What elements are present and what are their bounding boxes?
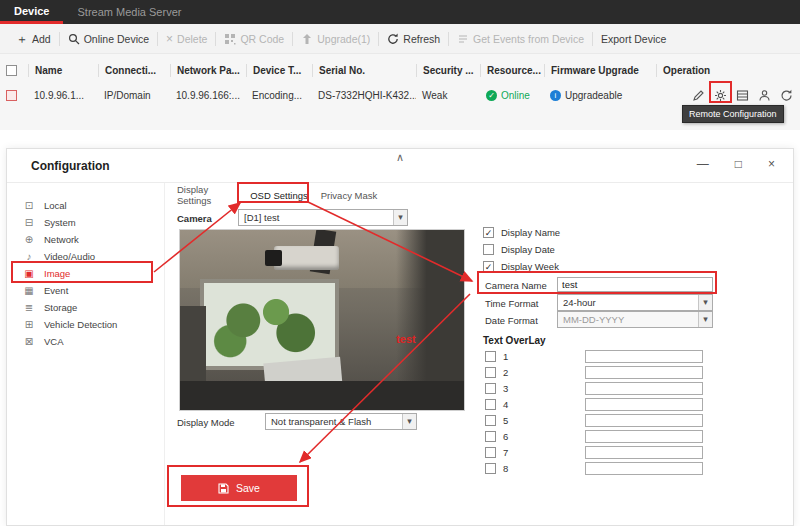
display-date-checkbox[interactable] (483, 244, 494, 255)
search-icon (68, 33, 80, 45)
cell-resource: ✓ Online (480, 90, 544, 101)
overlay-8-input[interactable] (585, 462, 703, 475)
time-format-value: 24-hour (563, 297, 596, 308)
display-week-checkbox[interactable]: ✓ (483, 261, 494, 272)
overlay-5-input[interactable] (585, 414, 703, 427)
refresh-icon (387, 33, 399, 45)
select-all-checkbox[interactable] (6, 65, 17, 76)
cell-serial: DS-7332HQHI-K432... (312, 90, 416, 101)
refresh-button[interactable]: Refresh (379, 33, 448, 45)
tab-stream-media-server[interactable]: Stream Media Server (63, 0, 195, 24)
sidebar-item-local[interactable]: ⊡Local (7, 197, 165, 214)
delete-button[interactable]: × Delete (158, 33, 215, 45)
top-tabbar: Device Stream Media Server (0, 0, 800, 24)
overlay-number: 7 (503, 447, 508, 458)
save-button[interactable]: Save (181, 475, 297, 501)
display-name-option[interactable]: ✓ Display Name (483, 227, 560, 238)
sidebar-label: Storage (44, 302, 77, 313)
preview-floor (180, 381, 464, 410)
row-checkbox[interactable] (6, 90, 17, 101)
tab-osd-settings[interactable]: OSD Settings (247, 187, 311, 203)
sidebar-item-event[interactable]: ▦Event (7, 282, 165, 299)
export-device-button[interactable]: Export Device (593, 33, 674, 45)
sidebar-item-vehicle-detection[interactable]: ⊞Vehicle Detection (7, 316, 165, 333)
display-mode-value: Not transparent & Flash (271, 416, 371, 427)
sidebar-item-storage[interactable]: ≣Storage (7, 299, 165, 316)
overlay-6-checkbox[interactable] (485, 431, 496, 442)
tab-display-settings[interactable]: Display Settings (177, 187, 239, 203)
display-date-label: Display Date (501, 244, 555, 255)
local-icon: ⊡ (23, 200, 35, 211)
overlay-6-input[interactable] (585, 430, 703, 443)
get-events-button[interactable]: Get Events from Device (449, 33, 592, 45)
edit-icon[interactable] (692, 89, 705, 102)
overlay-4-input[interactable] (585, 398, 703, 411)
date-format-select[interactable]: MM-DD-YYYY (557, 311, 713, 328)
overlay-number: 2 (503, 367, 508, 378)
qr-code-button[interactable]: QR Code (216, 33, 292, 45)
upgrade-button[interactable]: Upgrade(1) (293, 33, 378, 45)
refresh-label: Refresh (403, 33, 440, 45)
camera-label: Camera (177, 213, 212, 224)
overlay-8-checkbox[interactable] (485, 463, 496, 474)
overlay-3-checkbox[interactable] (485, 383, 496, 394)
storage-icon: ≣ (23, 302, 35, 313)
overlay-2-input[interactable] (585, 366, 703, 379)
save-label: Save (236, 482, 260, 494)
add-button[interactable]: ＋ Add (8, 33, 59, 45)
text-overlay-header: Text OverLay (483, 335, 546, 346)
time-format-label: Time Format (485, 298, 538, 309)
overlay-number: 3 (503, 383, 508, 394)
column-security: Security ... (416, 64, 480, 77)
display-name-checkbox[interactable]: ✓ (483, 227, 494, 238)
preview-camera-lens (265, 250, 282, 266)
device-status-icon[interactable] (736, 89, 749, 102)
device-table-row[interactable]: 10.9.96.1... IP/Domain 10.9.96.166:... E… (0, 82, 800, 108)
sidebar-label: VCA (44, 336, 64, 347)
sidebar-item-network[interactable]: ⊕Network (7, 231, 165, 248)
online-device-button[interactable]: Online Device (60, 33, 157, 45)
online-check-icon: ✓ (486, 90, 497, 101)
configuration-title: Configuration (31, 159, 110, 173)
sidebar-label: Local (44, 200, 67, 211)
overlay-4-checkbox[interactable] (485, 399, 496, 410)
remote-configuration-gear-icon[interactable] (714, 89, 727, 102)
sidebar-item-system[interactable]: ⊟System (7, 214, 165, 231)
column-connection: Connecti... (98, 64, 170, 77)
camera-select[interactable]: [D1] test (238, 209, 408, 226)
preview-shadow (180, 306, 206, 385)
column-network: Network Pa... (170, 64, 246, 77)
overlay-number: 4 (503, 399, 508, 410)
overlay-1-checkbox[interactable] (485, 351, 496, 362)
text-overlay-row: 6 (485, 431, 508, 442)
user-icon[interactable] (758, 89, 771, 102)
overlay-3-input[interactable] (585, 382, 703, 395)
overlay-1-input[interactable] (585, 350, 703, 363)
overlay-2-checkbox[interactable] (485, 367, 496, 378)
overlay-5-checkbox[interactable] (485, 415, 496, 426)
column-name: Name (28, 64, 98, 77)
camera-preview: test (179, 229, 465, 411)
display-mode-select[interactable]: Not transparent & Flash (265, 413, 417, 430)
display-date-option[interactable]: Display Date (483, 244, 555, 255)
save-floppy-icon (218, 483, 229, 494)
sidebar-item-vca[interactable]: ⊠VCA (7, 333, 165, 350)
camera-name-input[interactable] (557, 277, 713, 292)
overlay-7-input[interactable] (585, 446, 703, 459)
overlay-7-checkbox[interactable] (485, 447, 496, 458)
display-week-option[interactable]: ✓ Display Week (483, 261, 559, 272)
overlay-number: 8 (503, 463, 508, 474)
tab-device[interactable]: Device (0, 0, 63, 24)
cell-device-type: Encoding... (246, 90, 312, 101)
sidebar-label: Image (44, 268, 70, 279)
sidebar-item-video-audio[interactable]: ♪Video/Audio (7, 248, 165, 265)
column-firmware: Firmware Upgrade (544, 64, 656, 77)
configuration-window: Configuration ∧ — □ × ⊡Local ⊟System ⊕Ne… (6, 148, 794, 526)
system-icon: ⊟ (23, 217, 35, 228)
cell-network: 10.9.96.166:... (170, 90, 246, 101)
time-format-select[interactable]: 24-hour (557, 294, 713, 311)
sync-icon[interactable] (780, 89, 793, 102)
osd-name-overlay: test (396, 333, 416, 345)
tab-privacy-mask[interactable]: Privacy Mask (319, 187, 379, 203)
sidebar-item-image[interactable]: ▣Image (7, 265, 165, 282)
